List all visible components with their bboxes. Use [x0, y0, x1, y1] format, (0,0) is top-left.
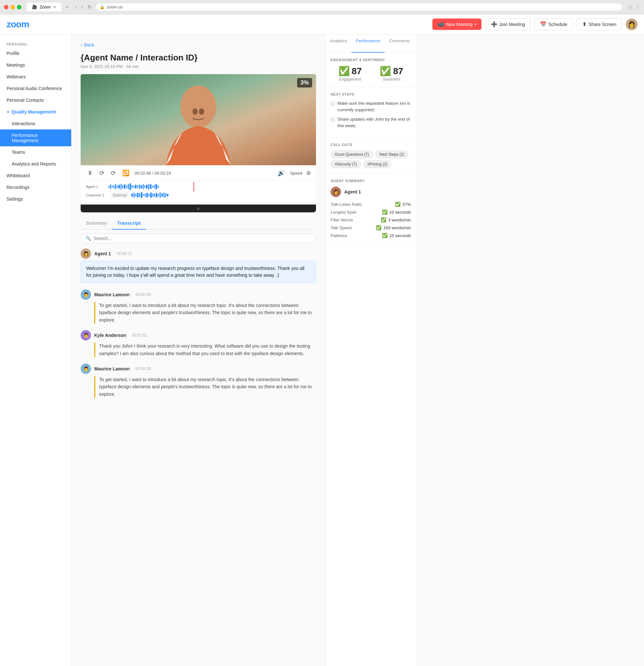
call-outs-section: CALL OUTS Good Questions (7) Next Steps …	[325, 138, 416, 174]
stat-label: Talk Speed	[330, 225, 352, 230]
sidebar-item-quality-management[interactable]: ∨ Quality Management	[0, 106, 71, 118]
waveform-container: Agent 1	[80, 180, 316, 204]
callout-tag[interactable]: Next Steps (2)	[375, 151, 409, 158]
sidebar-item-webinars[interactable]: Webinars	[0, 71, 71, 83]
agent1-waveform[interactable]	[109, 183, 311, 190]
sidebar-item-analytics-reports[interactable]: Analytics and Reports	[0, 158, 71, 170]
stat-row: Patience ✅ 10 seconds	[330, 233, 411, 238]
stat-row: Filler Words ✅ 3 words/min	[330, 217, 411, 223]
next-step-text: Make sure the requested feature xxx is c…	[337, 100, 411, 113]
join-meeting-button[interactable]: ➕ Join Meeting	[485, 18, 531, 30]
content-area: ‹ Back {Agent Name / Interaction ID} Nov…	[72, 34, 644, 666]
sidebar-item-teams[interactable]: Teams	[0, 146, 71, 158]
avatar: 👨	[80, 364, 91, 374]
lock-icon: 🔒	[100, 5, 105, 10]
forward-button[interactable]: ⟳	[110, 168, 117, 178]
customer1-waveform[interactable]: External	[109, 192, 311, 198]
forward-nav-button[interactable]: ›	[80, 3, 84, 11]
sentiment-value: ✅ 87	[372, 66, 411, 76]
video-badge: 3%	[297, 78, 312, 87]
panel-tab-performance[interactable]: Performance	[352, 34, 384, 53]
sidebar-item-label: Recordings	[6, 185, 30, 190]
svg-point-1	[193, 108, 198, 115]
main-content: PERSONAL Profile Meetings Webinars Perso…	[0, 34, 644, 666]
sentiment-check-icon: ✅	[380, 66, 391, 76]
search-input[interactable]	[94, 236, 311, 241]
engagement-sentiment-section: ENGAGEMENT & SENTIMENT ✅ 87 Engagement ✅	[325, 53, 416, 87]
new-meeting-button[interactable]: 📹 New Meeting ▾	[432, 19, 481, 30]
right-panel: Analytics Performance Comments Interacti…	[325, 34, 416, 666]
sidebar-item-recordings[interactable]: Recordings	[0, 181, 71, 193]
message-accent-bar	[94, 376, 95, 398]
video-settings-button[interactable]: ⚙	[306, 170, 311, 176]
controls-bar: ⏸ ⟳ ⟳ 🔁 00:02:48 / 00:03:24 🔊 Speed ⚙	[80, 165, 316, 180]
callout-tag[interactable]: #Security (7)	[330, 160, 361, 168]
browser-tab[interactable]: 🎥 Zoom ✕	[26, 3, 61, 11]
pause-button[interactable]: ⏸	[86, 169, 94, 178]
loop-button[interactable]: 🔁	[121, 168, 131, 178]
browser-navigation: ‹ › ↻	[74, 3, 93, 11]
address-bar[interactable]: 🔒 zoom.us	[95, 3, 623, 11]
tab-transcript[interactable]: Transcript	[112, 217, 146, 230]
avatar: 👨	[80, 290, 91, 300]
reload-button[interactable]: ↻	[86, 3, 93, 11]
bookmark-button[interactable]: ☆	[628, 4, 632, 10]
volume-button[interactable]: 🔊	[276, 168, 286, 178]
tab-favicon: 🎥	[32, 4, 37, 10]
sidebar-item-label: Performance Management	[12, 133, 65, 143]
check-icon: ✅	[382, 233, 388, 238]
sidebar-item-performance-management[interactable]: Performance Management	[0, 129, 71, 146]
stat-row: Longest Spiel ✅ 10 seconds	[330, 209, 411, 215]
header-actions: 📹 New Meeting ▾ ➕ Join Meeting 📅 Schedul…	[432, 18, 638, 30]
video-scene: 3%	[80, 74, 316, 165]
message-accent-bar	[94, 302, 95, 323]
callout-tag[interactable]: Good Questions (7)	[330, 151, 373, 158]
search-bar: 🔍	[80, 233, 316, 243]
sidebar-item-label: Webinars	[6, 74, 26, 80]
sidebar-item-whiteboard[interactable]: Whiteboard	[0, 170, 71, 181]
collapse-button[interactable]: ∧	[80, 204, 316, 212]
back-nav-button[interactable]: ‹	[74, 3, 78, 11]
tab-close-icon[interactable]: ✕	[53, 5, 56, 10]
share-screen-button[interactable]: ⬆ Share Screen	[577, 18, 622, 30]
stat-value: ✅ 57%	[395, 201, 411, 207]
message-header: 👨 Kyle Anderson 00:01:02	[80, 330, 316, 340]
engagement-label: Engagement	[330, 77, 370, 82]
panel-tab-analytics[interactable]: Analytics	[325, 34, 352, 53]
sidebar-item-personal-contacts[interactable]: Personal Contacts	[0, 94, 71, 106]
schedule-button[interactable]: 📅 Schedule	[534, 18, 573, 30]
minimize-button[interactable]	[11, 5, 15, 10]
panel-tab-comments[interactable]: Comments	[384, 34, 414, 53]
browser-actions: ☆ ⋮	[628, 4, 640, 10]
tab-summary[interactable]: Summary	[80, 217, 112, 230]
sidebar-item-personal-audio[interactable]: Personal Audio Conference	[0, 83, 71, 94]
back-link[interactable]: ‹ Back	[80, 42, 316, 48]
rewind-button[interactable]: ⟳	[98, 168, 106, 178]
sidebar-item-profile[interactable]: Profile	[0, 48, 71, 59]
extensions-button[interactable]: ⋮	[635, 4, 640, 10]
message-item: 👨 Maurice Lawson 00:00:28 To get started…	[80, 364, 316, 398]
new-tab-button[interactable]: +	[65, 4, 68, 10]
svg-point-0	[180, 86, 216, 128]
tab-label: Zoom	[40, 4, 50, 10]
user-avatar[interactable]: 👩	[626, 19, 638, 30]
message-plain-container: Thank you John! I think your research is…	[80, 343, 316, 357]
sidebar-item-interactions[interactable]: Interactions	[0, 118, 71, 129]
agent1-waveform-row: Agent 1	[86, 183, 311, 190]
maximize-button[interactable]	[17, 5, 21, 10]
next-steps-section: NEXT STEPS ⓘ Make sure the requested fea…	[325, 87, 416, 138]
total-time: 00:03:24	[155, 171, 171, 176]
check-icon: ✅	[381, 217, 386, 223]
avatar: 👨	[80, 330, 91, 340]
message-author: Maurice Lawson	[94, 292, 130, 297]
speed-button[interactable]: Speed	[290, 171, 302, 176]
panel-tab-interaction-info[interactable]: Interaction Info	[414, 34, 416, 53]
close-button[interactable]	[4, 5, 8, 10]
content-tabs: Summary Transcript	[80, 217, 316, 230]
video-person-svg	[140, 81, 257, 165]
sidebar-item-settings[interactable]: Settings	[0, 193, 71, 205]
callout-tag[interactable]: #Pricing (2)	[363, 160, 391, 168]
sidebar-item-meetings[interactable]: Meetings	[0, 59, 71, 71]
sidebar-item-label: Analytics and Reports	[12, 161, 56, 166]
engagement-check-icon: ✅	[338, 66, 350, 76]
